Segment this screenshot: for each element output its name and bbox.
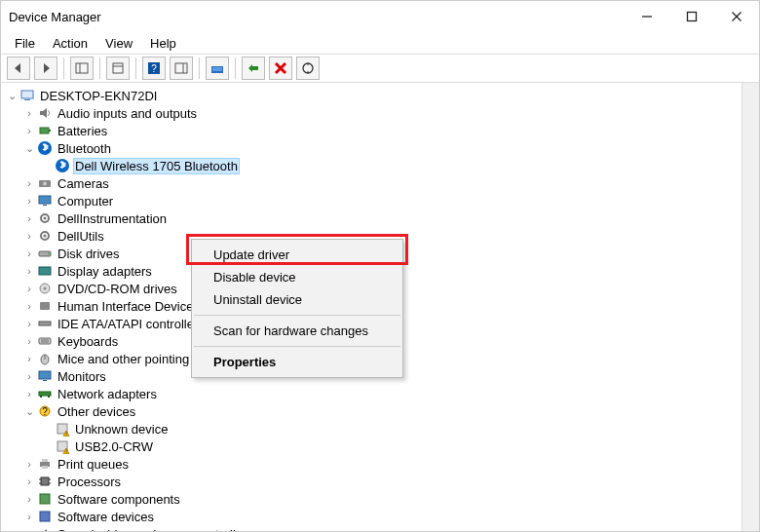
svg-point-33 <box>44 287 47 290</box>
node-label: IDE ATA/ATAPI controllers <box>56 317 207 331</box>
chevron-right-icon[interactable]: › <box>22 457 36 471</box>
chevron-down-icon[interactable]: ⌄ <box>22 404 36 418</box>
gear-icon <box>36 210 54 226</box>
tree-item-cameras[interactable]: › Cameras <box>3 174 741 192</box>
keyboard-icon <box>36 333 54 349</box>
chevron-right-icon[interactable]: › <box>22 510 36 523</box>
menu-view[interactable]: View <box>97 34 140 53</box>
svg-rect-6 <box>113 63 123 73</box>
bluetooth-icon <box>36 140 54 156</box>
svg-rect-13 <box>212 67 222 71</box>
help-button[interactable]: ? <box>142 57 166 80</box>
tree-item-bluetooth[interactable]: ⌄ Bluetooth <box>3 139 741 157</box>
warning-device-icon: ! <box>54 421 71 437</box>
svg-rect-35 <box>39 322 51 325</box>
node-label: DellUtils <box>56 229 106 244</box>
bluetooth-icon <box>54 158 71 173</box>
tree-item-audio[interactable]: › Audio inputs and outputs <box>3 104 741 122</box>
chevron-right-icon[interactable]: › <box>22 106 36 120</box>
tree-item-swcomp[interactable]: › Software components <box>3 490 741 508</box>
chevron-right-icon[interactable]: › <box>22 211 36 225</box>
ctx-update-driver[interactable]: Update driver <box>192 244 402 266</box>
uninstall-device-button[interactable] <box>269 57 292 80</box>
chevron-right-icon[interactable]: › <box>22 282 36 295</box>
forward-button[interactable] <box>34 57 57 80</box>
device-manager-window: Device Manager File Action View Help ? <box>0 0 760 532</box>
chevron-right-icon[interactable]: › <box>22 176 36 190</box>
enable-device-button[interactable] <box>242 57 265 80</box>
svg-text:?: ? <box>151 63 157 74</box>
chevron-right-icon[interactable]: › <box>22 124 36 137</box>
scan-hardware-button[interactable] <box>296 57 320 80</box>
chevron-right-icon[interactable]: › <box>22 475 36 488</box>
battery-icon <box>36 123 54 138</box>
update-driver-button[interactable] <box>206 57 229 80</box>
chevron-down-icon[interactable]: ⌄ <box>22 141 36 155</box>
back-button[interactable] <box>7 57 30 80</box>
network-icon <box>36 386 54 401</box>
action-pane-button[interactable] <box>170 57 193 80</box>
node-label: Disk drives <box>56 247 122 261</box>
tree-item-network[interactable]: › Network adapters <box>3 385 741 402</box>
menu-file[interactable]: File <box>7 34 43 53</box>
tree-item-dellinstr[interactable]: › DellInstrumentation <box>3 209 741 227</box>
audio-icon <box>36 105 54 121</box>
camera-icon <box>36 175 54 191</box>
chevron-right-icon[interactable]: › <box>22 334 36 348</box>
tree-item-processors[interactable]: › Processors <box>3 473 741 490</box>
tree-item-unknown-device[interactable]: › ! Unknown device <box>3 420 741 437</box>
chevron-right-icon[interactable]: › <box>22 369 36 383</box>
node-label: Print queues <box>56 457 131 472</box>
svg-rect-62 <box>40 494 50 504</box>
gear-icon <box>36 228 54 244</box>
node-label: Bluetooth <box>56 141 113 156</box>
chevron-right-icon[interactable]: › <box>22 247 36 260</box>
software-component-icon <box>36 491 54 507</box>
toolbar-separator <box>63 57 64 79</box>
window-controls <box>625 1 759 32</box>
tree-root[interactable]: ⌄ DESKTOP-EKN72DI <box>3 87 741 104</box>
vertical-scrollbar[interactable] <box>741 83 759 531</box>
tree-item-batteries[interactable]: › Batteries <box>3 122 741 139</box>
node-label: Audio inputs and outputs <box>56 106 199 121</box>
show-hide-tree-button[interactable] <box>70 57 94 80</box>
chevron-right-icon[interactable]: › <box>22 492 36 506</box>
chevron-right-icon[interactable]: › <box>22 264 36 278</box>
minimize-button[interactable] <box>625 1 669 32</box>
tree-item-printqueues[interactable]: › Print queues <box>3 455 741 473</box>
tree-item-other[interactable]: ⌄ ? Other devices <box>3 402 741 420</box>
ctx-scan-hardware[interactable]: Scan for hardware changes <box>192 320 402 342</box>
menu-help[interactable]: Help <box>142 34 184 53</box>
chevron-right-icon[interactable]: › <box>22 194 36 208</box>
svg-rect-43 <box>39 392 51 396</box>
tree-item-soundvideo[interactable]: › Sound, video and game controllers <box>3 525 741 531</box>
ctx-disable-device[interactable]: Disable device <box>192 266 402 288</box>
svg-rect-41 <box>39 371 51 379</box>
chevron-right-icon[interactable]: › <box>22 229 36 243</box>
disk-icon <box>36 246 54 261</box>
chevron-right-icon[interactable]: › <box>22 352 36 365</box>
tree-item-usb-crw[interactable]: › ! USB2.0-CRW <box>3 437 741 455</box>
mouse-icon <box>36 351 54 366</box>
maximize-button[interactable] <box>669 1 714 32</box>
ctx-properties[interactable]: Properties <box>192 351 402 373</box>
close-button[interactable] <box>714 1 759 32</box>
sound-icon <box>36 526 54 531</box>
chevron-right-icon[interactable]: › <box>22 299 36 313</box>
svg-point-30 <box>48 253 50 255</box>
chevron-down-icon[interactable]: ⌄ <box>5 89 19 102</box>
menu-action[interactable]: Action <box>45 34 95 53</box>
node-label: Software devices <box>56 510 156 524</box>
ctx-uninstall-device[interactable]: Uninstall device <box>192 288 402 311</box>
node-label: Unknown device <box>73 422 170 437</box>
chevron-right-icon[interactable]: › <box>22 527 36 531</box>
properties-button[interactable] <box>106 57 130 80</box>
node-label: Other devices <box>56 404 137 419</box>
svg-rect-42 <box>43 380 47 381</box>
svg-rect-4 <box>76 63 88 73</box>
tree-item-computer[interactable]: › Computer <box>3 192 741 209</box>
chevron-right-icon[interactable]: › <box>22 317 36 330</box>
chevron-right-icon[interactable]: › <box>22 387 36 400</box>
tree-item-bluetooth-device[interactable]: › Dell Wireless 1705 Bluetooth <box>3 157 741 174</box>
tree-item-swdev[interactable]: › Software devices <box>3 508 741 525</box>
